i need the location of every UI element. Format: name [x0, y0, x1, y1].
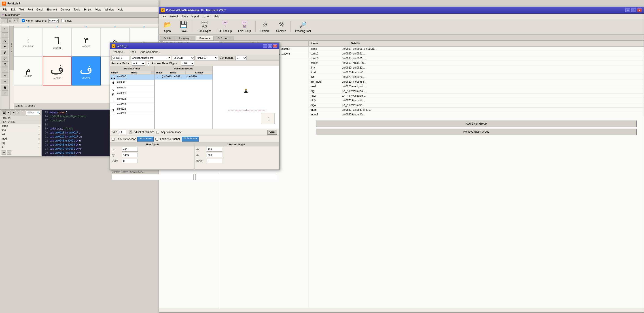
volt-close-btn[interactable]: ✕ — [637, 8, 642, 12]
group-tnum2[interactable]: tnum2 uni0660.tab, uni0... — [309, 112, 644, 117]
process-marks-select[interactable]: ALL — [132, 61, 145, 66]
save-btn[interactable]: 💾 Save — [177, 20, 190, 33]
menu-view[interactable]: View — [94, 7, 103, 12]
second-row-0[interactable]: - {uni0610, uni0611, t.uni0610 — [155, 75, 212, 80]
feature-play-btn[interactable]: ▶ — [6, 111, 10, 115]
feature-search-input[interactable] — [26, 111, 37, 114]
group-init[interactable]: init uni0620, uni0626,... — [309, 75, 644, 79]
all-1st-btn[interactable]: All 1st same — [137, 137, 154, 142]
volt-menu-export[interactable]: Export — [201, 14, 212, 18]
brush-tool[interactable]: 🖌 — [2, 50, 8, 55]
group-medi[interactable]: medi uni0620.medi, uni... — [309, 84, 644, 89]
undo-btn[interactable]: Undo — [128, 50, 137, 54]
group-rlig3[interactable]: rlig3 uni0671.fina, uni... — [309, 98, 644, 103]
lookup-type-select[interactable]: Anchor Attachment — [130, 56, 171, 60]
proofing-tool-btn[interactable]: 🔎 Proofing Tool — [294, 20, 312, 33]
feature-star-btn[interactable]: ★ — [11, 111, 16, 115]
feature-li[interactable]: li... ☆ — [0, 145, 41, 149]
lookup-name-input[interactable] — [111, 56, 129, 60]
clear-btn[interactable]: Clear — [268, 130, 277, 135]
menu-edit[interactable]: Edit — [9, 7, 17, 12]
all-2nd-btn[interactable]: All 2nd same — [182, 137, 199, 142]
encoding-select[interactable]: None — [48, 19, 58, 23]
info-btn[interactable]: ⓘ — [13, 18, 19, 23]
tab-languages[interactable]: Languages — [176, 36, 195, 40]
volt-menu-file[interactable]: File — [160, 14, 168, 18]
context-before-input[interactable] — [112, 174, 194, 180]
glyph-cell-0[interactable]: : uni003A.ar — [14, 27, 43, 56]
explore-btn[interactable]: ⚙ Explore — [258, 20, 272, 33]
pen-tool[interactable]: ✒ — [2, 44, 8, 49]
group-fina2[interactable]: fina2 uni0620.fina, uni0... — [309, 70, 644, 75]
lock-2nd-checkbox[interactable] — [156, 138, 158, 141]
menu-scripts[interactable]: Scripts — [82, 7, 94, 12]
fill-tool[interactable]: ◉ — [2, 85, 8, 90]
glyph2-select[interactable]: uni0610 — [196, 56, 218, 60]
text-tool[interactable]: A/ — [2, 38, 8, 43]
feature-rlig[interactable]: rlig ☆ — [0, 141, 41, 145]
first-row-0[interactable]: ﻑ uni060B — [110, 75, 154, 80]
component-select[interactable]: 1 — [236, 56, 247, 60]
first-row-5[interactable]: ا uni0623 — [110, 103, 154, 107]
glyph1-select[interactable]: uni060B — [172, 56, 194, 60]
tab-features[interactable]: Features — [196, 36, 214, 40]
edit-glyphs-btn[interactable]: Base Aα Edit Glyphs — [196, 20, 213, 33]
volt-menu-project[interactable]: Project — [168, 14, 180, 18]
volt-menu-help[interactable]: Help — [212, 14, 221, 18]
glyph-cell-2[interactable]: ٣ uni0606 — [72, 27, 100, 56]
edit-group-btn[interactable]: abc ⊡ Edit Group — [236, 20, 253, 33]
measure-tool[interactable]: ⊢ — [2, 67, 8, 73]
feature-refresh-btn[interactable]: ↺ — [16, 111, 20, 115]
grid-view-btn[interactable]: ⊞ — [1, 18, 7, 23]
group-ccmp2[interactable]: ccmp2 uni0660, uni0661,... — [309, 51, 644, 56]
glyph-cell-6[interactable]: ف uni060B — [43, 56, 72, 86]
node-tool[interactable]: ◇ — [2, 56, 8, 61]
feature-up-btn[interactable]: ↑ — [21, 111, 25, 115]
feature-fina[interactable]: fina ★ — [0, 128, 41, 132]
group-init-medi[interactable]: init_medi uni0620, medi, uni... — [309, 79, 644, 84]
first-row-2[interactable]: ﻳ uni0620 — [110, 86, 154, 91]
first-dx-input[interactable]: 448 — [122, 147, 138, 152]
remove-glyph-group-btn[interactable]: Remove Glyph Group — [316, 129, 636, 135]
glyph-cell-1[interactable]: ٦ uni0601 — [43, 27, 72, 56]
first-row-6[interactable]: و uni0624 — [110, 107, 154, 111]
first-row-7[interactable]: ا uni0625 — [110, 111, 154, 116]
list-view-btn[interactable]: ≡ — [8, 18, 12, 23]
group-ccmp3[interactable]: ccmp3 uni0660, uni0661,... — [309, 56, 644, 61]
add-glyph-group-btn[interactable]: Add Glyph Group — [316, 121, 636, 127]
second-width-input[interactable]: 0 — [206, 159, 222, 163]
edit-lookup-btn[interactable]: a+d ↔ Edit Lookup — [216, 20, 234, 33]
group-ccmp[interactable]: ccmp uni0601, uni0606, uni060D... — [309, 47, 644, 51]
menu-window[interactable]: Window — [103, 7, 116, 12]
rename-btn[interactable]: Rename... — [112, 50, 126, 54]
size-input[interactable] — [119, 130, 127, 134]
tab-references[interactable]: References — [214, 36, 234, 40]
glyph-cell-5[interactable]: م uni060A — [14, 56, 43, 86]
add-feature-btn[interactable]: + — [2, 150, 6, 155]
volt-menu-tools[interactable]: Tools — [180, 14, 190, 18]
feature-medi[interactable]: medi ☆ — [0, 137, 41, 141]
lock-1st-checkbox[interactable] — [112, 138, 115, 141]
glyph-cell-7[interactable]: ف uni060B — [72, 56, 100, 86]
scissors-tool[interactable]: ✂ — [2, 73, 8, 78]
add-comment-btn[interactable]: Add Comment... — [140, 50, 161, 54]
menu-glyph[interactable]: Glyph — [35, 7, 45, 12]
menu-file[interactable]: File — [1, 7, 9, 12]
menu-element[interactable]: Element — [45, 7, 58, 12]
select-tool[interactable]: ↖ — [2, 26, 8, 32]
rect-tool[interactable]: □ — [2, 90, 8, 96]
feature-init[interactable]: init ☆ — [0, 132, 41, 137]
menu-text[interactable]: Text — [17, 7, 26, 12]
compile-btn[interactable]: ⚒ Compile — [274, 20, 288, 33]
direction-select[interactable]: LTR — [181, 61, 194, 66]
process-base-checkbox[interactable]: ✓ — [147, 62, 150, 65]
anchor-tool[interactable]: ⊹ — [2, 79, 8, 84]
adjust-mode-checkbox[interactable] — [156, 131, 159, 134]
zoom-tool[interactable]: ⊕ — [2, 61, 8, 67]
feature-ccmp[interactable]: ccmp ★ — [0, 124, 41, 128]
second-dy-input[interactable]: 960 — [206, 153, 222, 157]
first-width-input[interactable]: 0 — [122, 159, 138, 163]
gpos-minimize-btn[interactable]: ─ — [263, 44, 268, 48]
menu-contour[interactable]: Contour — [58, 7, 72, 12]
first-row-4[interactable]: ا uni0622 — [110, 97, 154, 103]
